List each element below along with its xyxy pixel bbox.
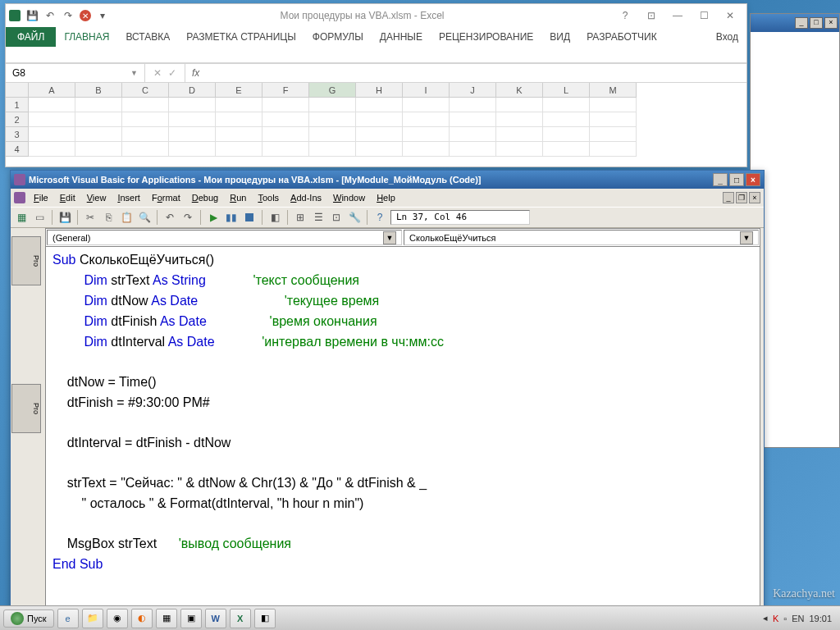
tray-av-icon[interactable]: K [773, 614, 778, 623]
redo-icon[interactable]: ↷ [62, 9, 75, 22]
tab-developer[interactable]: РАЗРАБОТЧИК [578, 28, 665, 46]
copy-icon[interactable]: ⎘ [101, 210, 116, 225]
toolbox-icon[interactable]: 🔧 [347, 210, 362, 225]
menu-help[interactable]: Help [372, 191, 400, 204]
spreadsheet-grid[interactable]: A B C D E F G H I J K L M 1 2 3 4 [6, 83, 746, 157]
col-header[interactable]: C [122, 83, 169, 98]
row-header[interactable]: 4 [6, 142, 29, 157]
menu-insert[interactable]: Insert [112, 191, 145, 204]
ribbon-options-icon[interactable]: ⊡ [641, 10, 661, 21]
project-explorer-icon[interactable]: ⊞ [293, 210, 308, 225]
help-icon[interactable]: ? [372, 210, 387, 225]
taskbar-app9[interactable]: ◧ [254, 609, 276, 628]
col-header[interactable]: A [29, 83, 75, 98]
break-icon[interactable]: ▮▮ [224, 210, 239, 225]
chevron-down-icon[interactable]: ▼ [130, 69, 138, 77]
name-box[interactable]: G8 ▼ [6, 64, 145, 82]
taskbar-firefox[interactable]: ◐ [131, 609, 153, 628]
paste-icon[interactable]: 📋 [119, 210, 134, 225]
taskbar-word[interactable]: W [205, 609, 226, 628]
properties-panel-tab[interactable]: Pro [11, 384, 41, 433]
taskbar-excel[interactable]: X [230, 609, 251, 628]
close-icon[interactable]: ✕ [720, 10, 740, 21]
tab-data[interactable]: ДАННЫЕ [372, 28, 431, 46]
find-icon[interactable]: 🔍 [137, 210, 152, 225]
col-header[interactable]: F [262, 83, 309, 98]
save-icon[interactable]: 💾 [57, 210, 72, 225]
row-header[interactable]: 3 [6, 127, 29, 142]
clock[interactable]: 19:01 [809, 614, 832, 623]
col-header[interactable]: D [169, 83, 216, 98]
chevron-down-icon[interactable]: ▼ [383, 231, 396, 244]
minimize-icon[interactable]: — [668, 10, 687, 21]
fragment-max[interactable]: □ [810, 17, 823, 29]
cut-icon[interactable]: ✂ [83, 210, 98, 225]
col-header[interactable]: J [450, 83, 496, 98]
undo-icon[interactable]: ↶ [43, 9, 57, 22]
object-browser-icon[interactable]: ⊡ [329, 210, 344, 225]
file-tab[interactable]: ФАЙЛ [6, 27, 56, 47]
tab-formulas[interactable]: ФОРМУЛЫ [304, 28, 372, 46]
col-header[interactable]: K [496, 83, 543, 98]
vba-close-icon[interactable]: × [746, 173, 760, 186]
fragment-close[interactable]: × [824, 17, 838, 29]
code-editor[interactable]: Sub СколькоЕщёУчиться() Dim strText As S… [46, 247, 760, 608]
signin-link[interactable]: Вход [708, 28, 746, 46]
tab-home[interactable]: ГЛАВНАЯ [56, 28, 117, 46]
menu-debug[interactable]: Debug [187, 191, 223, 204]
menu-addins[interactable]: Add-Ins [285, 191, 326, 204]
save-icon[interactable]: 💾 [25, 9, 39, 22]
menu-window[interactable]: Window [328, 191, 370, 204]
col-header[interactable]: I [403, 83, 450, 98]
tab-review[interactable]: РЕЦЕНЗИРОВАНИЕ [431, 28, 541, 46]
cancel-formula-icon[interactable]: ✕ [153, 67, 162, 79]
row-header[interactable]: 2 [6, 112, 29, 127]
start-button[interactable]: Пуск [3, 609, 54, 628]
maximize-icon[interactable]: ☐ [694, 10, 714, 21]
enter-formula-icon[interactable]: ✓ [168, 67, 176, 79]
tab-insert[interactable]: ВСТАВКА [117, 28, 178, 46]
mdi-close-icon[interactable]: × [749, 192, 760, 203]
menu-file[interactable]: File [29, 191, 53, 204]
design-mode-icon[interactable]: ◧ [267, 210, 282, 225]
procedure-dropdown[interactable]: СколькоЕщёУчиться ▼ [404, 230, 759, 245]
col-header[interactable]: B [75, 83, 122, 98]
row-header[interactable]: 1 [6, 98, 29, 112]
taskbar-app5[interactable]: ▦ [156, 609, 177, 628]
project-panel-tab[interactable]: Pro [11, 236, 41, 285]
tab-view[interactable]: ВИД [541, 28, 578, 46]
vba-maximize-icon[interactable]: □ [729, 173, 744, 186]
menu-edit[interactable]: Edit [55, 191, 80, 204]
view-excel-icon[interactable]: ▦ [14, 210, 29, 225]
col-header[interactable]: E [216, 83, 262, 98]
run-icon[interactable]: ▶ [206, 210, 221, 225]
properties-icon[interactable]: ☰ [311, 210, 326, 225]
col-header[interactable]: L [543, 83, 590, 98]
col-header[interactable]: H [356, 83, 403, 98]
taskbar-explorer[interactable]: 📁 [82, 609, 103, 628]
language-indicator[interactable]: EN [792, 614, 804, 623]
tab-pagelayout[interactable]: РАЗМЕТКА СТРАНИЦЫ [178, 28, 304, 46]
taskbar-ie[interactable]: e [57, 609, 79, 628]
menu-format[interactable]: Format [147, 191, 185, 204]
tray-net-icon[interactable]: ▫ [783, 614, 787, 623]
reset-icon[interactable] [242, 210, 257, 225]
col-header[interactable]: G [309, 83, 356, 98]
stop-macro-icon[interactable]: ✕ [80, 10, 91, 21]
undo-icon[interactable]: ↶ [162, 210, 177, 225]
insert-module-icon[interactable]: ▭ [32, 210, 47, 225]
taskbar-chrome[interactable]: ◉ [107, 609, 128, 628]
mdi-restore-icon[interactable]: ❐ [736, 192, 747, 203]
taskbar-app6[interactable]: ▣ [180, 609, 202, 628]
redo-icon[interactable]: ↷ [180, 210, 195, 225]
vba-minimize-icon[interactable]: _ [713, 173, 728, 186]
object-dropdown[interactable]: (General) ▼ [47, 230, 402, 245]
fx-label[interactable]: fx [185, 67, 206, 79]
menu-tools[interactable]: Tools [253, 191, 284, 204]
qat-dropdown-icon[interactable]: ▾ [96, 9, 109, 22]
col-header[interactable]: M [590, 83, 637, 98]
fragment-min[interactable]: _ [795, 17, 808, 29]
tray-expand-icon[interactable]: ◂ [763, 613, 768, 623]
select-all-corner[interactable] [6, 83, 29, 98]
mdi-min-icon[interactable]: _ [723, 192, 734, 203]
